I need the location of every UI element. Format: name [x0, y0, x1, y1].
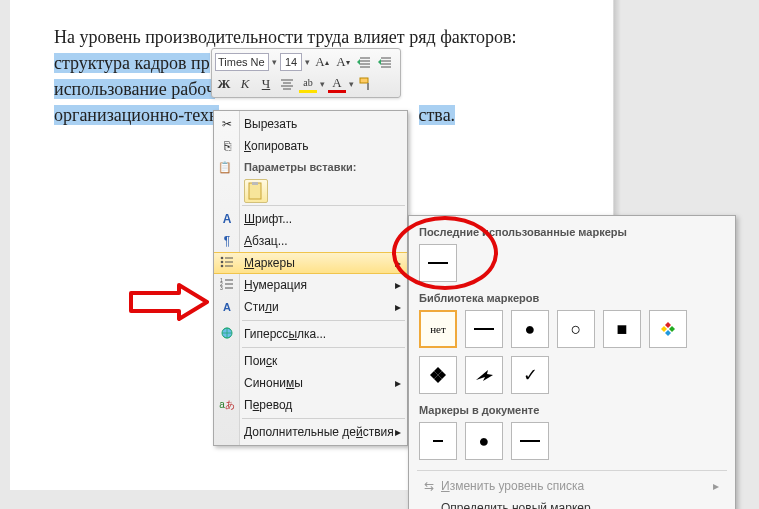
styles-icon: A [218, 301, 236, 313]
dropdown-icon[interactable]: ▾ [349, 79, 354, 89]
selected-text[interactable]: использование рабоч [54, 79, 215, 99]
menu-group-paste-options: 📋 Параметры вставки: [214, 157, 407, 177]
command-change-list-level[interactable]: ⇆ Изменить уровень списка ▸ [417, 475, 727, 497]
menu-item-translate[interactable]: aあ Перевод [214, 394, 407, 416]
menu-item-hyperlink[interactable]: Гиперссылка... [214, 323, 407, 345]
shrink-font-button[interactable]: A▾ [334, 53, 352, 71]
menu-item-label: Шрифт... [244, 212, 292, 226]
dropdown-icon[interactable]: ▾ [320, 79, 325, 89]
chevron-right-icon: ▸ [395, 300, 401, 314]
menu-item-bullets[interactable]: Маркеры ▸ [214, 252, 407, 274]
menu-item-synonyms[interactable]: Синонимы ▸ [214, 372, 407, 394]
menu-item-label: Маркеры [244, 256, 295, 270]
menu-item-find[interactable]: Поиск [214, 350, 407, 372]
bullet-option-none[interactable]: нет [419, 310, 457, 348]
italic-button[interactable]: К [236, 75, 254, 93]
menu-item-label: Параметры вставки: [244, 161, 356, 173]
copy-icon: ⎘ [218, 139, 236, 153]
command-define-new-bullet[interactable]: Определить новый маркер... [417, 497, 727, 509]
bold-button[interactable]: Ж [215, 75, 233, 93]
svg-rect-16 [249, 183, 261, 199]
increase-indent-button[interactable] [376, 53, 394, 71]
menu-item-cut[interactable]: ✂ Вырезать [214, 113, 407, 135]
hyperlink-icon [218, 326, 236, 343]
section-label-library: Библиотека маркеров [417, 288, 727, 308]
bullet-option-four-black-diamond[interactable] [419, 356, 457, 394]
menu-item-additional-actions[interactable]: Дополнительные действия ▸ [214, 421, 407, 443]
paste-option-button[interactable] [244, 179, 268, 203]
svg-marker-9 [378, 59, 381, 65]
paragraph-icon: ¶ [218, 234, 236, 248]
font-color-button[interactable]: A [328, 75, 346, 93]
translate-icon: aあ [218, 398, 236, 412]
highlight-color-button[interactable]: ab [299, 75, 317, 93]
dropdown-icon[interactable]: ▾ [305, 57, 310, 67]
bullets-icon [218, 256, 236, 271]
menu-item-font[interactable]: A Шрифт... [214, 208, 407, 230]
selected-text[interactable]: структура кадров пр [54, 53, 210, 73]
bullet-option-disc[interactable]: ● [511, 310, 549, 348]
dropdown-icon[interactable]: ▾ [272, 57, 277, 67]
command-label: Изменить уровень списка [441, 479, 584, 493]
menu-item-label: Поиск [244, 354, 277, 368]
chevron-right-icon: ▸ [395, 256, 401, 270]
numbering-icon: 123 [218, 278, 236, 293]
bullet-option-square[interactable]: ■ [603, 310, 641, 348]
font-name-combo[interactable]: Times Ne [215, 53, 269, 71]
selected-text[interactable]: ства. [419, 105, 456, 125]
chevron-right-icon: ▸ [713, 479, 719, 493]
bullet-option-short-dash[interactable] [419, 422, 457, 460]
menu-item-paragraph[interactable]: ¶ Абзац... [214, 230, 407, 252]
grow-font-button[interactable]: A▴ [313, 53, 331, 71]
svg-marker-36 [669, 326, 675, 332]
scissors-icon: ✂ [218, 117, 236, 131]
svg-point-18 [221, 256, 224, 259]
underline-button[interactable]: Ч [257, 75, 275, 93]
svg-rect-14 [360, 78, 368, 83]
center-align-button[interactable] [278, 75, 296, 93]
section-label-recent: Последние использованные маркеры [417, 222, 727, 242]
svg-marker-34 [665, 330, 671, 336]
chevron-right-icon: ▸ [395, 278, 401, 292]
bullet-option-dash[interactable] [419, 244, 457, 282]
chevron-right-icon: ▸ [395, 425, 401, 439]
menu-separator [242, 347, 405, 348]
menu-item-label: Вырезать [244, 117, 297, 131]
bullet-option-four-diamond[interactable] [649, 310, 687, 348]
svg-text:3: 3 [220, 285, 223, 290]
svg-marker-35 [661, 326, 667, 332]
menu-item-label: Копировать [244, 139, 309, 153]
section-label-in-document: Маркеры в документе [417, 400, 727, 420]
menu-separator [242, 418, 405, 419]
decrease-indent-button[interactable] [355, 53, 373, 71]
indent-icon: ⇆ [421, 479, 437, 493]
menu-item-label: Стили [244, 300, 279, 314]
document-text-line: На уровень производительности труда влия… [54, 24, 570, 50]
bullet-option-dash[interactable] [465, 310, 503, 348]
bullets-submenu-panel: Последние использованные маркеры Библиот… [408, 215, 736, 509]
font-icon: A [218, 212, 236, 226]
bullet-option-disc[interactable]: ● [465, 422, 503, 460]
svg-rect-17 [252, 182, 258, 185]
menu-separator [242, 320, 405, 321]
menu-item-label: Гиперссылка... [244, 327, 326, 341]
format-painter-button[interactable] [357, 75, 375, 93]
bullet-option-arrow[interactable] [465, 356, 503, 394]
menu-item-label: Перевод [244, 398, 292, 412]
menu-item-label: Синонимы [244, 376, 303, 390]
bullet-option-circle[interactable]: ○ [557, 310, 595, 348]
chevron-right-icon: ▸ [395, 376, 401, 390]
menu-item-numbering[interactable]: 123 Нумерация ▸ [214, 274, 407, 296]
command-label: Определить новый маркер... [441, 501, 601, 509]
menu-item-label: Дополнительные действия [244, 425, 394, 439]
svg-point-19 [221, 260, 224, 263]
menu-item-copy[interactable]: ⎘ Копировать [214, 135, 407, 157]
bullet-option-dash[interactable] [511, 422, 549, 460]
selected-text[interactable]: организационно-техн [54, 105, 219, 125]
menu-item-label: Абзац... [244, 234, 288, 248]
font-size-combo[interactable]: 14 [280, 53, 302, 71]
svg-marker-33 [665, 322, 671, 328]
bullet-option-check[interactable]: ✓ [511, 356, 549, 394]
menu-item-styles[interactable]: A Стили ▸ [214, 296, 407, 318]
svg-marker-4 [357, 59, 360, 65]
